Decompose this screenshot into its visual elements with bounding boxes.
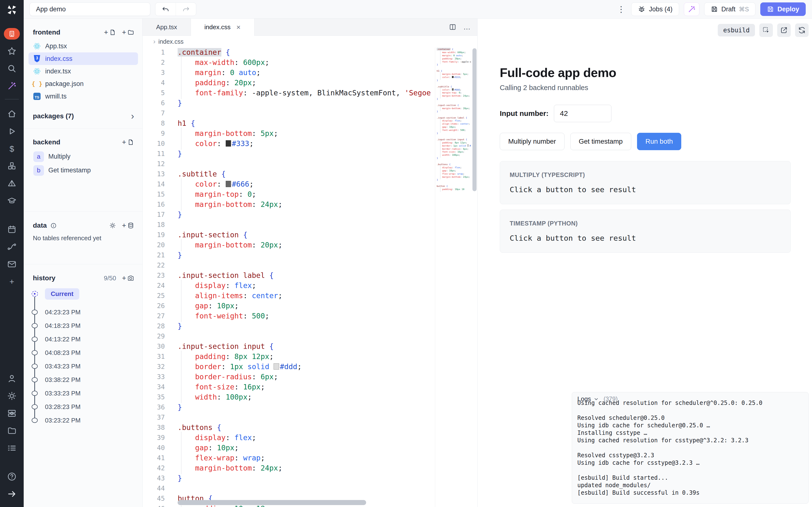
undo-button[interactable]: [155, 3, 176, 16]
frontend-section-header: frontend + +: [24, 25, 142, 40]
add-folder-button[interactable]: +: [122, 29, 134, 36]
file-item-package.json[interactable]: { }package.json: [29, 77, 138, 90]
result-card-body: Click a button to see result: [510, 234, 781, 242]
get-timestamp-button[interactable]: Get timestamp: [570, 133, 631, 150]
split-editor-icon[interactable]: [449, 23, 457, 31]
data-settings-gear-icon[interactable]: [109, 222, 116, 229]
content-row: frontend + + App.tsx3index.cssindex.tsx{…: [24, 18, 812, 507]
draft-save-button[interactable]: Draft ⌘S: [704, 2, 755, 16]
run-both-button[interactable]: Run both: [637, 133, 681, 150]
history-entry[interactable]: 04:08:23 PM: [24, 346, 142, 359]
minimap-column: .container { max-width: 600px; margin: 0…: [435, 47, 477, 507]
jobs-button[interactable]: Jobs (4): [631, 2, 679, 16]
runs-play-icon[interactable]: [4, 124, 19, 139]
flows-route-icon[interactable]: [4, 239, 19, 255]
create-plus-icon[interactable]: +: [4, 274, 19, 289]
input-number-field[interactable]: [554, 105, 611, 122]
history-current-row[interactable]: Current: [24, 287, 142, 300]
workers-icon[interactable]: [4, 406, 19, 421]
breadcrumb[interactable]: › index.css: [143, 36, 477, 47]
data-title: data: [33, 222, 47, 229]
folders-icon[interactable]: [4, 423, 19, 439]
schedules-calendar-icon[interactable]: [4, 222, 19, 237]
line-number: 34: [143, 382, 165, 392]
log-line: Using idb cache for csstype@3.2.3 …: [577, 459, 803, 467]
explorer-panel: frontend + + App.tsx3index.cssindex.tsx{…: [24, 18, 143, 507]
triggers-prism-icon[interactable]: [4, 176, 19, 191]
audit-list-icon[interactable]: [4, 440, 19, 456]
windmill-logo-icon[interactable]: [5, 3, 18, 16]
app-name-input[interactable]: [30, 2, 150, 16]
help-icon[interactable]: [4, 469, 19, 484]
add-table-button[interactable]: +: [122, 222, 134, 229]
file-item-App.tsx[interactable]: App.tsx: [29, 40, 138, 52]
history-entry[interactable]: 04:23:23 PM: [24, 305, 142, 319]
redo-button[interactable]: [176, 3, 196, 16]
packages-section-toggle[interactable]: packages (7) ›: [24, 109, 142, 123]
file-item-wmill.ts[interactable]: TSwmill.ts: [29, 90, 138, 103]
user-icon[interactable]: [4, 371, 19, 386]
history-entry[interactable]: 03:28:23 PM: [24, 400, 142, 413]
history-current-label: Current: [45, 288, 79, 300]
runnable-item-Get timestamp[interactable]: bGet timestamp: [24, 163, 142, 177]
favorites-star-icon[interactable]: [4, 44, 19, 59]
open-external-icon[interactable]: [777, 23, 791, 37]
messages-mail-icon[interactable]: [4, 257, 19, 272]
history-entry[interactable]: 04:13:22 PM: [24, 332, 142, 346]
close-icon[interactable]: ×: [236, 23, 241, 32]
history-entry[interactable]: 03:38:22 PM: [24, 373, 142, 387]
line-number: 14: [143, 179, 165, 189]
file-item-index.tsx[interactable]: index.tsx: [29, 65, 138, 77]
runnable-item-Multiply[interactable]: aMultiply: [24, 150, 142, 163]
file-icon: [128, 139, 134, 146]
tab-label: App.tsx: [156, 23, 177, 31]
history-entry[interactable]: 03:23:22 PM: [24, 413, 142, 427]
snapshot-button[interactable]: +: [122, 275, 134, 282]
history-entry[interactable]: 04:18:23 PM: [24, 319, 142, 332]
data-section-header: data +: [24, 218, 142, 233]
wand-icon: [688, 5, 696, 13]
inspect-select-icon[interactable]: [759, 23, 773, 37]
code-area[interactable]: 1.container {2 max-width: 600px;3 margin…: [143, 47, 477, 507]
code-lines[interactable]: 1.container {2 max-width: 600px;3 margin…: [143, 47, 435, 507]
tab-App.tsx[interactable]: App.tsx: [143, 18, 191, 36]
json-icon: { }: [33, 80, 41, 88]
kebab-menu-icon[interactable]: ⋮: [616, 2, 626, 16]
vertical-scrollbar[interactable]: [472, 48, 476, 191]
search-icon[interactable]: [4, 61, 19, 76]
tab-index.css[interactable]: index.css×: [191, 18, 254, 36]
line-number: 17: [143, 210, 165, 220]
refresh-icon[interactable]: [795, 23, 809, 37]
home-icon[interactable]: [4, 106, 19, 122]
ai-assistant-button[interactable]: [684, 2, 699, 16]
history-entry[interactable]: 03:43:23 PM: [24, 359, 142, 373]
deploy-button[interactable]: Deploy: [760, 2, 806, 16]
history-entry[interactable]: 03:33:23 PM: [24, 387, 142, 400]
add-runnable-button[interactable]: +: [122, 138, 134, 146]
minimap[interactable]: .container { max-width: 600px; margin: 0…: [437, 48, 471, 507]
variables-dollar-icon[interactable]: $: [4, 141, 19, 157]
line-number: 12: [143, 159, 165, 169]
resources-cubes-icon[interactable]: [4, 158, 19, 174]
line-number: 44: [143, 483, 165, 494]
line-number: 35: [143, 392, 165, 402]
history-timestamp: 04:18:23 PM: [45, 322, 81, 330]
file-name: index.css: [45, 55, 72, 62]
add-file-button[interactable]: +: [104, 29, 116, 36]
line-number: 10: [143, 138, 165, 149]
tutorials-cap-icon[interactable]: [4, 193, 19, 209]
logs-output[interactable]: Using cached resolution for scheduler@^0…: [572, 399, 808, 503]
line-number: 31: [143, 351, 165, 362]
workspace-switcher-building-icon[interactable]: [4, 28, 20, 40]
left-icon-rail: $ +: [0, 0, 24, 507]
multiply-number-button[interactable]: Multiply number: [500, 133, 564, 150]
collapse-arrow-icon[interactable]: [4, 486, 19, 502]
horizontal-scrollbar[interactable]: [177, 500, 366, 505]
runtime-badge: esbuild: [718, 24, 755, 37]
settings-gear-icon[interactable]: [4, 388, 19, 404]
ai-wand-icon[interactable]: [4, 78, 19, 94]
tab-label: index.css: [204, 23, 231, 31]
logs-panel: Logs (379) Using cached resolution for s…: [572, 392, 809, 504]
file-item-index.css[interactable]: 3index.css: [29, 52, 138, 65]
editor-more-icon[interactable]: …: [463, 23, 471, 31]
